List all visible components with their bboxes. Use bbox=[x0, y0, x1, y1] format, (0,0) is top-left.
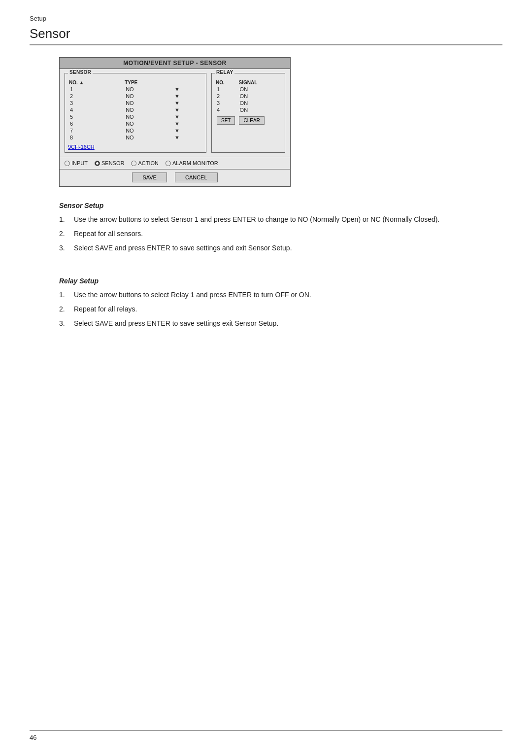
sensor-type: NO bbox=[124, 134, 172, 141]
dropdown-arrow[interactable]: ▼ bbox=[172, 113, 203, 120]
section-title: Sensor bbox=[30, 26, 502, 45]
sensor-row[interactable]: 4 NO ▼ bbox=[68, 106, 203, 113]
set-button[interactable]: SET bbox=[217, 116, 235, 125]
sensor-setup-title: Sensor Setup bbox=[59, 202, 439, 209]
sensor-type: NO bbox=[124, 86, 172, 93]
step-number: 3. bbox=[59, 243, 74, 253]
sensor-type: NO bbox=[124, 120, 172, 127]
dropdown-arrow[interactable]: ▼ bbox=[172, 106, 203, 113]
relay-panel: RELAY NO. SIGNAL 1 ON2 ON3 ON4 bbox=[211, 73, 285, 153]
relay-no: 3 bbox=[215, 100, 238, 106]
relay-step: 1. Use the arrow buttons to select Relay… bbox=[59, 290, 311, 300]
relay-row[interactable]: 3 ON bbox=[215, 100, 282, 106]
dropdown-arrow[interactable]: ▼ bbox=[172, 127, 203, 134]
relay-setup-title: Relay Setup bbox=[59, 277, 311, 285]
relay-signal: ON bbox=[238, 106, 282, 113]
sensor-no: 3 bbox=[68, 100, 124, 106]
step-text: Repeat for all relays. bbox=[74, 304, 311, 314]
relay-col-no: NO. bbox=[215, 79, 238, 86]
radio-label: ALARM MONITOR bbox=[172, 160, 218, 166]
sensor-panel: SENSOR NO. ▲ TYPE 1 NO ▼2 NO bbox=[65, 73, 206, 153]
page-label: Setup bbox=[30, 15, 502, 22]
relay-panel-label: RELAY bbox=[215, 69, 234, 75]
step-number: 1. bbox=[59, 214, 74, 225]
step-number: 1. bbox=[59, 290, 74, 300]
relay-no: 1 bbox=[215, 86, 238, 93]
radio-item-action[interactable]: ACTION bbox=[131, 160, 159, 166]
sensor-setup-section: Sensor Setup 1. Use the arrow buttons to… bbox=[59, 197, 439, 263]
step-number: 3. bbox=[59, 318, 74, 329]
step-text: Select SAVE and press ENTER to save sett… bbox=[74, 318, 311, 329]
dialog-title: MOTION/EVENT SETUP - SENSOR bbox=[60, 58, 290, 69]
sensor-row[interactable]: 8 NO ▼ bbox=[68, 134, 203, 141]
relay-signal: ON bbox=[238, 86, 282, 93]
sensor-row[interactable]: 2 NO ▼ bbox=[68, 93, 203, 100]
radio-label: ACTION bbox=[138, 160, 159, 166]
sensor-no: 7 bbox=[68, 127, 124, 134]
step-number: 2. bbox=[59, 229, 74, 239]
dropdown-arrow[interactable]: ▼ bbox=[172, 100, 203, 106]
relay-row[interactable]: 1 ON bbox=[215, 86, 282, 93]
nch-link[interactable]: 9CH-16CH bbox=[68, 144, 95, 150]
sensor-type: NO bbox=[124, 113, 172, 120]
clear-button[interactable]: CLEAR bbox=[239, 116, 264, 125]
sensor-step: 1. Use the arrow buttons to select Senso… bbox=[59, 214, 439, 225]
radio-circle bbox=[131, 161, 136, 166]
sensor-type: NO bbox=[124, 100, 172, 106]
radio-circle bbox=[65, 161, 70, 166]
step-text: Use the arrow buttons to select Sensor 1… bbox=[74, 214, 439, 225]
step-text: Use the arrow buttons to select Relay 1 … bbox=[74, 290, 311, 300]
relay-no: 4 bbox=[215, 106, 238, 113]
relay-step: 3. Select SAVE and press ENTER to save s… bbox=[59, 318, 311, 329]
relay-setup-section: Relay Setup 1. Use the arrow buttons to … bbox=[59, 272, 311, 339]
relay-step: 2. Repeat for all relays. bbox=[59, 304, 311, 314]
sensor-no: 1 bbox=[68, 86, 124, 93]
sensor-no: 2 bbox=[68, 93, 124, 100]
radio-item-alarm-monitor[interactable]: ALARM MONITOR bbox=[166, 160, 218, 166]
radio-label: SENSOR bbox=[101, 160, 124, 166]
radio-row: INPUTSENSORACTIONALARM MONITOR bbox=[60, 157, 290, 169]
cancel-button[interactable]: CANCEL bbox=[175, 172, 218, 182]
dropdown-arrow[interactable]: ▼ bbox=[172, 120, 203, 127]
relay-no: 2 bbox=[215, 93, 238, 100]
step-text: Select SAVE and press ENTER to save sett… bbox=[74, 243, 439, 253]
relay-col-signal: SIGNAL bbox=[238, 79, 282, 86]
radio-circle bbox=[95, 161, 100, 166]
sensor-step: 3. Select SAVE and press ENTER to save s… bbox=[59, 243, 439, 253]
step-text: Repeat for all sensors. bbox=[74, 229, 439, 239]
dropdown-arrow[interactable]: ▼ bbox=[172, 93, 203, 100]
dropdown-arrow[interactable]: ▼ bbox=[172, 134, 203, 141]
relay-signal: ON bbox=[238, 100, 282, 106]
relay-signal: ON bbox=[238, 93, 282, 100]
radio-item-sensor[interactable]: SENSOR bbox=[95, 160, 124, 166]
sensor-no: 4 bbox=[68, 106, 124, 113]
sensor-type: NO bbox=[124, 93, 172, 100]
sensor-no: 8 bbox=[68, 134, 124, 141]
sensor-panel-label: SENSOR bbox=[68, 69, 93, 75]
sensor-no: 5 bbox=[68, 113, 124, 120]
sensor-col-type: TYPE bbox=[124, 79, 172, 86]
dropdown-arrow[interactable]: ▼ bbox=[172, 86, 203, 93]
page-number: 46 bbox=[30, 734, 36, 741]
sensor-step: 2. Repeat for all sensors. bbox=[59, 229, 439, 239]
radio-circle bbox=[166, 161, 171, 166]
radio-item-input[interactable]: INPUT bbox=[65, 160, 88, 166]
step-number: 2. bbox=[59, 304, 74, 314]
relay-row[interactable]: 4 ON bbox=[215, 106, 282, 113]
sensor-col-no: NO. ▲ bbox=[68, 79, 124, 86]
sensor-row[interactable]: 1 NO ▼ bbox=[68, 86, 203, 93]
sensor-type: NO bbox=[124, 127, 172, 134]
sensor-row[interactable]: 7 NO ▼ bbox=[68, 127, 203, 134]
sensor-row[interactable]: 3 NO ▼ bbox=[68, 100, 203, 106]
radio-label: INPUT bbox=[71, 160, 88, 166]
dialog-box: MOTION/EVENT SETUP - SENSOR SENSOR NO. ▲… bbox=[59, 57, 291, 187]
relay-row[interactable]: 2 ON bbox=[215, 93, 282, 100]
sensor-row[interactable]: 5 NO ▼ bbox=[68, 113, 203, 120]
sensor-type: NO bbox=[124, 106, 172, 113]
save-button[interactable]: SAVE bbox=[132, 172, 167, 182]
sensor-no: 6 bbox=[68, 120, 124, 127]
sensor-row[interactable]: 6 NO ▼ bbox=[68, 120, 203, 127]
